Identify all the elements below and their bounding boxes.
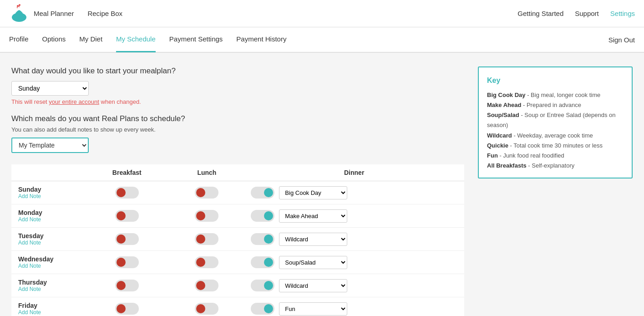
toggle-container [177, 233, 238, 245]
table-row: MondayAdd Note Big Cook DayMake AheadWil… [11, 204, 464, 228]
lunch-toggle[interactable] [195, 187, 218, 199]
dinner-cell-inner: Big Cook DayMake AheadWildcardSoup/Salad… [251, 302, 457, 316]
dinner-type-select[interactable]: Big Cook DayMake AheadWildcardSoup/Salad… [279, 186, 347, 199]
add-note-link[interactable]: Add Note [18, 263, 77, 269]
table-row: FridayAdd Note Big Cook DayMake AheadWil… [11, 297, 464, 316]
support-link[interactable]: Support [575, 10, 599, 17]
col-day [11, 164, 84, 181]
key-item: Make Ahead - Prepared in advance [487, 100, 624, 110]
breakfast-toggle-wednesday [84, 251, 170, 274]
day-cell-tuesday: TuesdayAdd Note [11, 228, 84, 251]
dinner-cell-inner: Big Cook DayMake AheadWildcardSoup/Salad… [251, 209, 457, 223]
dinner-cell-tuesday: Big Cook DayMake AheadWildcardSoup/Salad… [244, 228, 464, 251]
dinner-cell-monday: Big Cook DayMake AheadWildcardSoup/Salad… [244, 204, 464, 228]
key-item: Fun - Junk food real foodified [487, 151, 624, 161]
sec-nav: Profile Options My Diet My Schedule Paym… [0, 27, 644, 53]
lunch-toggle-wednesday [170, 251, 244, 274]
add-note-link[interactable]: Add Note [18, 216, 77, 223]
key-title: Key [487, 74, 624, 87]
toggle-container [177, 210, 238, 222]
key-item: Quickie - Total cook time 30 minutes or … [487, 141, 624, 151]
tab-profile[interactable]: Profile [9, 27, 29, 52]
dinner-toggle[interactable] [251, 210, 274, 222]
day-cell-thursday: ThursdayAdd Note [11, 274, 84, 297]
top-nav-meal-planner[interactable]: Meal Planner [34, 10, 74, 17]
breakfast-toggle[interactable] [115, 210, 139, 222]
toggle-container [177, 256, 238, 268]
dinner-toggle[interactable] [251, 303, 274, 315]
breakfast-toggle-friday [84, 297, 170, 316]
tab-payment-history[interactable]: Payment History [236, 27, 286, 52]
lunch-toggle-tuesday [170, 228, 244, 251]
lunch-toggle-thursday [170, 274, 244, 297]
start-day-select[interactable]: Sunday Monday Tuesday Wednesday Thursday… [11, 81, 89, 96]
lunch-toggle[interactable] [195, 256, 218, 268]
top-nav-right: Getting Started Support Settings [517, 10, 635, 17]
sign-out-link[interactable]: Sign Out [609, 36, 635, 44]
dinner-toggle[interactable] [251, 280, 274, 291]
sec-nav-links: Profile Options My Diet My Schedule Paym… [9, 27, 609, 52]
day-cell-sunday: SundayAdd Note [11, 181, 84, 204]
toggle-container [177, 187, 238, 199]
add-note-link[interactable]: Add Note [18, 309, 77, 316]
dinner-cell-thursday: Big Cook DayMake AheadWildcardSoup/Salad… [244, 274, 464, 297]
lunch-toggle-friday [170, 297, 244, 316]
toggle-container [91, 210, 163, 222]
dinner-type-select[interactable]: Big Cook DayMake AheadWildcardSoup/Salad… [279, 302, 347, 316]
left-section: What day would you like to start your me… [11, 66, 464, 316]
breakfast-toggle[interactable] [115, 233, 139, 245]
dinner-type-select[interactable]: Big Cook DayMake AheadWildcardSoup/Salad… [279, 209, 347, 223]
dinner-toggle[interactable] [251, 233, 274, 245]
tab-payment-settings[interactable]: Payment Settings [169, 27, 223, 52]
day-cell-wednesday: WednesdayAdd Note [11, 251, 84, 274]
dinner-type-select[interactable]: Big Cook DayMake AheadWildcardSoup/Salad… [279, 256, 347, 269]
day-name: Sunday [18, 186, 41, 193]
breakfast-toggle-thursday [84, 274, 170, 297]
day-name: Friday [18, 302, 37, 309]
tab-my-schedule[interactable]: My Schedule [116, 27, 156, 52]
lunch-toggle[interactable] [195, 303, 218, 315]
top-nav-recipe-box[interactable]: Recipe Box [87, 10, 122, 17]
lunch-toggle[interactable] [195, 210, 218, 222]
breakfast-toggle[interactable] [115, 303, 139, 315]
dinner-type-select[interactable]: Big Cook DayMake AheadWildcardSoup/Salad… [279, 279, 347, 292]
table-row: ThursdayAdd Note Big Cook DayMake AheadW… [11, 274, 464, 297]
breakfast-toggle[interactable] [115, 256, 139, 268]
breakfast-toggle-monday [84, 204, 170, 228]
lunch-toggle-sunday [170, 181, 244, 204]
top-nav: Meal Planner Recipe Box Getting Started … [0, 0, 644, 27]
template-select[interactable]: My Template Classic Vegetarian Vegan Pal… [11, 138, 89, 153]
toggle-container [91, 187, 163, 199]
add-note-link[interactable]: Add Note [18, 286, 77, 292]
key-box: Key Big Cook Day - Big meal, longer cook… [478, 66, 633, 178]
dinner-toggle[interactable] [251, 187, 274, 199]
col-breakfast: Breakfast [84, 164, 170, 181]
table-row: TuesdayAdd Note Big Cook DayMake AheadWi… [11, 228, 464, 251]
key-items: Big Cook Day - Big meal, longer cook tim… [487, 90, 624, 171]
lunch-toggle[interactable] [195, 280, 218, 291]
dinner-cell-inner: Big Cook DayMake AheadWildcardSoup/Salad… [251, 186, 457, 199]
dinner-toggle[interactable] [251, 256, 274, 268]
dinner-cell-inner: Big Cook DayMake AheadWildcardSoup/Salad… [251, 256, 457, 269]
dinner-type-select[interactable]: Big Cook DayMake AheadWildcardSoup/Salad… [279, 233, 347, 246]
table-row: SundayAdd Note Big Cook DayMake AheadWil… [11, 181, 464, 204]
breakfast-toggle-tuesday [84, 228, 170, 251]
tab-options[interactable]: Options [42, 27, 66, 52]
toggle-container [91, 233, 163, 245]
svg-point-2 [19, 4, 20, 6]
toggle-container [91, 256, 163, 268]
settings-link[interactable]: Settings [610, 10, 635, 17]
tab-my-diet[interactable]: My Diet [79, 27, 102, 52]
breakfast-toggle[interactable] [115, 280, 139, 291]
lunch-toggle[interactable] [195, 233, 218, 245]
col-lunch: Lunch [170, 164, 244, 181]
getting-started-link[interactable]: Getting Started [517, 10, 563, 17]
toggle-container [91, 303, 163, 315]
dinner-cell-wednesday: Big Cook DayMake AheadWildcardSoup/Salad… [244, 251, 464, 274]
add-note-link[interactable]: Add Note [18, 193, 77, 199]
breakfast-toggle[interactable] [115, 187, 139, 199]
day-cell-friday: FridayAdd Note [11, 297, 84, 316]
meals-question: Which meals do you want Real Plans to sc… [11, 114, 464, 123]
add-note-link[interactable]: Add Note [18, 240, 77, 246]
main-content: What day would you like to start your me… [0, 53, 644, 316]
